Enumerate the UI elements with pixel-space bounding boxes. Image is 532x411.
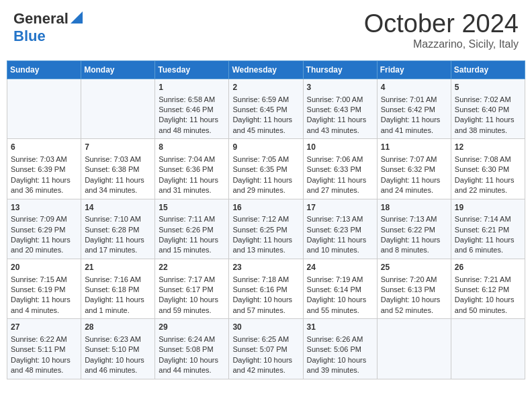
- sunset-text: Sunset: 6:22 PM: [381, 226, 435, 234]
- calendar-cell: 17Sunrise: 7:13 AMSunset: 6:23 PMDayligh…: [303, 199, 377, 259]
- calendar-cell: 27Sunrise: 6:22 AMSunset: 5:11 PMDayligh…: [7, 319, 81, 379]
- calendar-cell: 29Sunrise: 6:24 AMSunset: 5:08 PMDayligh…: [155, 319, 229, 379]
- daylight-text: Daylight: 11 hours and 20 minutes.: [11, 236, 71, 254]
- daylight-text: Daylight: 11 hours and 43 minutes.: [307, 116, 367, 134]
- day-number: 28: [85, 322, 151, 333]
- sunset-text: Sunset: 6:43 PM: [307, 105, 361, 113]
- day-number: 27: [11, 322, 77, 333]
- sunset-text: Sunset: 6:25 PM: [232, 226, 287, 234]
- daylight-text: Daylight: 10 hours and 44 minutes.: [159, 356, 218, 374]
- sunrise-text: Sunrise: 7:09 AM: [11, 215, 67, 223]
- svg-marker-0: [71, 11, 83, 24]
- sunrise-text: Sunrise: 6:59 AM: [232, 95, 289, 103]
- day-number: 15: [159, 202, 225, 214]
- page-header: General Blue October 2024 Mazzarino, Sic…: [7, 7, 525, 54]
- sunrise-text: Sunrise: 7:03 AM: [85, 155, 141, 163]
- month-title: October 2024: [364, 10, 519, 38]
- sunrise-text: Sunrise: 6:22 AM: [11, 335, 67, 343]
- calendar-week-2: 6Sunrise: 7:03 AMSunset: 6:39 PMDaylight…: [7, 139, 525, 199]
- sunset-text: Sunset: 6:18 PM: [85, 285, 139, 293]
- sunset-text: Sunset: 5:06 PM: [307, 345, 361, 353]
- day-number: 18: [381, 202, 447, 214]
- daylight-text: Daylight: 10 hours and 46 minutes.: [85, 356, 144, 374]
- sunset-text: Sunset: 6:32 PM: [381, 165, 435, 173]
- daylight-text: Daylight: 11 hours and 34 minutes.: [85, 176, 144, 194]
- sunrise-text: Sunrise: 7:14 AM: [455, 215, 511, 223]
- calendar-cell: [7, 79, 81, 138]
- sunset-text: Sunset: 5:08 PM: [159, 345, 213, 353]
- sunrise-text: Sunrise: 7:07 AM: [381, 155, 437, 163]
- daylight-text: Daylight: 11 hours and 13 minutes.: [232, 236, 292, 254]
- calendar-cell: 26Sunrise: 7:21 AMSunset: 6:12 PMDayligh…: [451, 259, 525, 318]
- calendar-cell: 20Sunrise: 7:15 AMSunset: 6:19 PMDayligh…: [7, 259, 81, 318]
- day-number: 9: [232, 142, 299, 153]
- sunrise-text: Sunrise: 7:15 AM: [11, 275, 67, 283]
- sunrise-text: Sunrise: 7:18 AM: [232, 275, 289, 283]
- sunset-text: Sunset: 6:46 PM: [159, 105, 213, 113]
- daylight-text: Daylight: 11 hours and 48 minutes.: [159, 116, 218, 134]
- day-number: 11: [381, 142, 447, 153]
- daylight-text: Daylight: 11 hours and 41 minutes.: [381, 116, 441, 134]
- day-number: 17: [307, 202, 373, 214]
- daylight-text: Daylight: 11 hours and 4 minutes.: [11, 295, 71, 314]
- day-number: 1: [159, 82, 225, 93]
- daylight-text: Daylight: 11 hours and 8 minutes.: [381, 236, 441, 254]
- daylight-text: Daylight: 11 hours and 10 minutes.: [307, 236, 367, 254]
- calendar-cell: 24Sunrise: 7:19 AMSunset: 6:14 PMDayligh…: [303, 259, 377, 318]
- sunset-text: Sunset: 6:35 PM: [232, 165, 287, 173]
- calendar-week-4: 20Sunrise: 7:15 AMSunset: 6:19 PMDayligh…: [7, 259, 525, 318]
- weekday-header-saturday: Saturday: [451, 60, 525, 79]
- calendar-cell: 19Sunrise: 7:14 AMSunset: 6:21 PMDayligh…: [451, 199, 525, 259]
- daylight-text: Daylight: 11 hours and 17 minutes.: [85, 236, 144, 254]
- daylight-text: Daylight: 11 hours and 22 minutes.: [455, 176, 515, 194]
- sunrise-text: Sunrise: 7:06 AM: [307, 155, 363, 163]
- sunset-text: Sunset: 6:36 PM: [159, 165, 213, 173]
- calendar-cell: 28Sunrise: 6:23 AMSunset: 5:10 PMDayligh…: [81, 319, 155, 379]
- calendar-cell: 25Sunrise: 7:20 AMSunset: 6:13 PMDayligh…: [377, 259, 451, 318]
- logo-general: General: [13, 10, 69, 28]
- sunrise-text: Sunrise: 7:16 AM: [85, 275, 141, 283]
- sunset-text: Sunset: 6:45 PM: [232, 105, 287, 113]
- daylight-text: Daylight: 11 hours and 45 minutes.: [232, 116, 292, 134]
- calendar-body: 1Sunrise: 6:58 AMSunset: 6:46 PMDaylight…: [7, 79, 525, 379]
- day-number: 16: [232, 202, 299, 214]
- weekday-header-tuesday: Tuesday: [155, 60, 229, 79]
- day-number: 10: [307, 142, 373, 153]
- daylight-text: Daylight: 11 hours and 31 minutes.: [159, 176, 218, 194]
- sunset-text: Sunset: 6:38 PM: [85, 165, 139, 173]
- daylight-text: Daylight: 10 hours and 39 minutes.: [307, 356, 367, 374]
- title-section: October 2024 Mazzarino, Sicily, Italy: [364, 10, 519, 50]
- daylight-text: Daylight: 11 hours and 38 minutes.: [455, 116, 515, 134]
- sunrise-text: Sunrise: 7:20 AM: [381, 275, 437, 283]
- calendar-cell: 2Sunrise: 6:59 AMSunset: 6:45 PMDaylight…: [229, 79, 303, 138]
- day-number: 7: [85, 142, 151, 153]
- calendar-cell: [81, 79, 155, 138]
- calendar-cell: 13Sunrise: 7:09 AMSunset: 6:29 PMDayligh…: [7, 199, 81, 259]
- daylight-text: Daylight: 11 hours and 24 minutes.: [381, 176, 441, 194]
- logo-icon: [71, 11, 83, 24]
- sunrise-text: Sunrise: 6:23 AM: [85, 335, 141, 343]
- calendar-cell: [377, 319, 451, 379]
- sunset-text: Sunset: 5:11 PM: [11, 345, 65, 353]
- logo-blue: Blue: [13, 28, 46, 44]
- calendar-cell: 11Sunrise: 7:07 AMSunset: 6:32 PMDayligh…: [377, 139, 451, 199]
- calendar-cell: 10Sunrise: 7:06 AMSunset: 6:33 PMDayligh…: [303, 139, 377, 199]
- day-number: 25: [381, 262, 447, 273]
- sunset-text: Sunset: 6:39 PM: [11, 165, 65, 173]
- calendar-cell: 5Sunrise: 7:02 AMSunset: 6:40 PMDaylight…: [451, 79, 525, 138]
- day-number: 30: [232, 322, 299, 333]
- sunset-text: Sunset: 6:33 PM: [307, 165, 361, 173]
- daylight-text: Daylight: 11 hours and 36 minutes.: [11, 176, 71, 194]
- sunrise-text: Sunrise: 7:17 AM: [159, 275, 215, 283]
- weekday-header-thursday: Thursday: [303, 60, 377, 79]
- sunrise-text: Sunrise: 7:01 AM: [381, 95, 437, 103]
- day-number: 14: [85, 202, 151, 214]
- calendar-cell: 7Sunrise: 7:03 AMSunset: 6:38 PMDaylight…: [81, 139, 155, 199]
- day-number: 19: [455, 202, 521, 214]
- day-number: 23: [232, 262, 299, 273]
- calendar-cell: 3Sunrise: 7:00 AMSunset: 6:43 PMDaylight…: [303, 79, 377, 138]
- day-number: 31: [307, 322, 373, 333]
- calendar-cell: [451, 319, 525, 379]
- sunset-text: Sunset: 5:10 PM: [85, 345, 139, 353]
- sunrise-text: Sunrise: 7:10 AM: [85, 215, 141, 223]
